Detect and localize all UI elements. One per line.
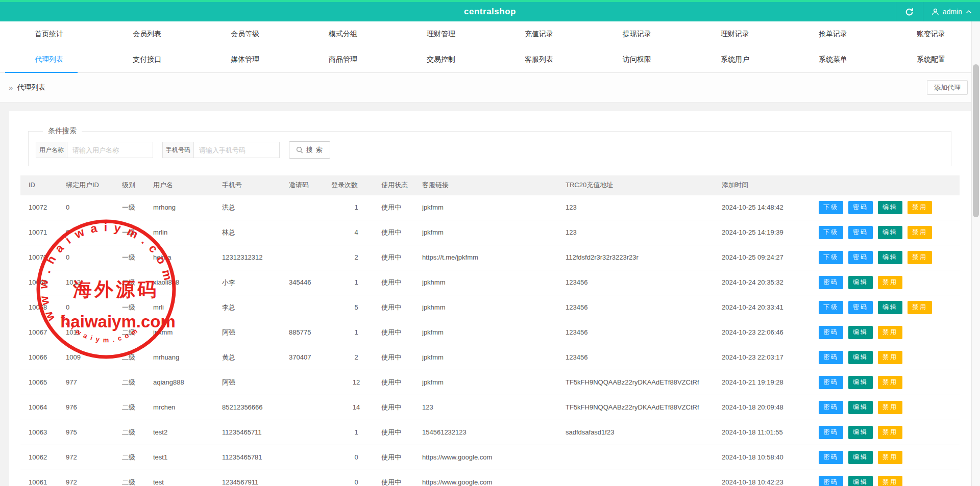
nav-item-支付接口[interactable]: 支付接口 [98,47,196,72]
nav-item-访问权限[interactable]: 访问权限 [588,47,686,72]
edit-button[interactable]: 编辑 [848,401,873,414]
edit-button[interactable]: 编辑 [878,201,902,214]
sub-agent-button[interactable]: 下级 [819,201,843,214]
disable-button[interactable]: 禁用 [878,451,902,464]
password-button[interactable]: 密码 [848,201,873,214]
disable-button[interactable]: 禁用 [908,201,932,214]
refresh-icon [905,8,914,16]
cell-actions: 下级密码编辑禁用 [819,245,960,270]
nav-item-客服列表[interactable]: 客服列表 [490,47,588,72]
disable-button[interactable]: 禁用 [878,401,902,414]
cell-phone: 洪总 [222,195,289,220]
add-agent-button[interactable]: 添加代理 [927,80,968,95]
cell-id: 10070 [20,245,66,270]
disable-button[interactable]: 禁用 [878,426,902,439]
table-row: 100720一级mrhong洪总1使用中jpkfmm1232024-10-25 … [20,195,960,220]
sub-agent-button[interactable]: 下级 [819,301,843,314]
edit-button[interactable]: 编辑 [878,226,902,239]
table-body: 100720一级mrhong洪总1使用中jpkfmm1232024-10-25 … [20,195,960,486]
password-button[interactable]: 密码 [819,451,843,464]
nav-row-1: 首页统计会员列表会员等级模式分组理财管理充值记录提现记录理财记录抢单记录账变记录 [0,21,980,47]
table-row: 100661009二级mrhuang黄总3704072使用中jpkfmm1234… [20,345,960,370]
password-button[interactable]: 密码 [819,426,843,439]
cell-time: 2024-10-24 20:35:32 [722,270,819,295]
edit-button[interactable]: 编辑 [848,276,873,289]
disable-button[interactable]: 禁用 [878,476,902,486]
edit-button[interactable]: 编辑 [848,426,873,439]
nav-item-理财记录[interactable]: 理财记录 [686,21,784,47]
password-button[interactable]: 密码 [819,276,843,289]
disable-button[interactable]: 禁用 [878,351,902,364]
scrollbar-track[interactable] [971,21,980,486]
password-button[interactable]: 密码 [819,401,843,414]
disable-button[interactable]: 禁用 [878,326,902,339]
scrollbar-thumb[interactable] [973,64,979,217]
edit-button[interactable]: 编辑 [878,251,902,264]
cell-username: mrli [153,295,222,320]
cell-bind-id: 977 [66,370,122,395]
cell-actions: 密码编辑禁用 [819,370,960,395]
nav-item-首页统计[interactable]: 首页统计 [0,21,98,47]
cell-status: 使用中 [381,445,422,470]
refresh-button[interactable] [896,2,923,21]
cell-username: mrhuang [153,345,222,370]
agents-table: ID绑定用户ID级别用户名手机号邀请码登录次数使用状态客服链接TRC20充值地址… [20,175,960,486]
edit-button[interactable]: 编辑 [848,326,873,339]
cell-actions: 密码编辑禁用 [819,470,960,486]
table-row: 10064976二级mrchen8521235666614使用中123TF5kF… [20,395,960,420]
nav-item-交易控制[interactable]: 交易控制 [392,47,490,72]
nav-item-商品管理[interactable]: 商品管理 [294,47,392,72]
nav-item-系统菜单[interactable]: 系统菜单 [784,47,882,72]
edit-button[interactable]: 编辑 [848,376,873,389]
phone-input[interactable] [194,142,280,158]
edit-button[interactable]: 编辑 [848,451,873,464]
password-button[interactable]: 密码 [819,476,843,486]
cell-service: 123 [422,395,566,420]
username-input-label: 用户名称 [36,142,67,158]
cell-username: test1 [153,445,222,470]
disable-button[interactable]: 禁用 [908,226,932,239]
nav-item-系统配置[interactable]: 系统配置 [882,47,980,72]
password-button[interactable]: 密码 [848,301,873,314]
cell-level: 二级 [122,420,153,445]
cell-status: 使用中 [381,195,422,220]
column-header: 用户名 [153,175,222,195]
nav-item-系统用户[interactable]: 系统用户 [686,47,784,72]
nav-item-账变记录[interactable]: 账变记录 [882,21,980,47]
password-button[interactable]: 密码 [819,351,843,364]
username-input[interactable] [67,142,153,158]
password-button[interactable]: 密码 [819,376,843,389]
nav-item-会员列表[interactable]: 会员列表 [98,21,196,47]
user-menu[interactable]: admin [923,2,980,21]
nav-item-模式分组[interactable]: 模式分组 [294,21,392,47]
password-button[interactable]: 密码 [848,226,873,239]
search-button[interactable]: 搜 索 [289,141,330,159]
disable-button[interactable]: 禁用 [878,376,902,389]
disable-button[interactable]: 禁用 [908,251,932,264]
cell-trc20 [566,445,722,470]
cell-time: 2024-10-18 10:42:23 [722,470,819,486]
nav-item-抢单记录[interactable]: 抢单记录 [784,21,882,47]
cell-username: heima [153,245,222,270]
nav-item-充值记录[interactable]: 充值记录 [490,21,588,47]
table-row: 100710一级mrlin林总4使用中jpkfmm1232024-10-25 1… [20,220,960,245]
edit-button[interactable]: 编辑 [848,476,873,486]
nav-item-会员等级[interactable]: 会员等级 [196,21,294,47]
sub-agent-button[interactable]: 下级 [819,226,843,239]
edit-button[interactable]: 编辑 [848,351,873,364]
sub-agent-button[interactable]: 下级 [819,251,843,264]
disable-button[interactable]: 禁用 [908,301,932,314]
nav-item-提现记录[interactable]: 提现记录 [588,21,686,47]
nav-item-理财管理[interactable]: 理财管理 [392,21,490,47]
nav-item-代理列表[interactable]: 代理列表 [0,47,98,72]
cell-trc20: 123 [566,220,722,245]
nav-item-媒体管理[interactable]: 媒体管理 [196,47,294,72]
password-button[interactable]: 密码 [848,251,873,264]
cell-logins: 5 [331,295,381,320]
cell-actions: 密码编辑禁用 [819,420,960,445]
edit-button[interactable]: 编辑 [878,301,902,314]
cell-invite: 345446 [289,270,331,295]
password-button[interactable]: 密码 [819,326,843,339]
disable-button[interactable]: 禁用 [878,276,902,289]
cell-invite [289,295,331,320]
